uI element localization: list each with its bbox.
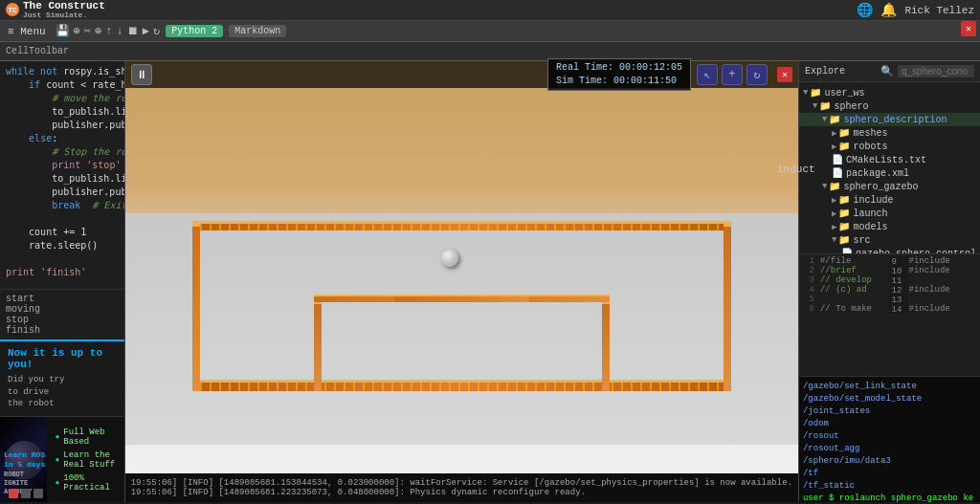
term-line-6: /rosout_agg [803, 443, 976, 455]
tree-item-src[interactable]: ▼📁src [799, 233, 980, 247]
term-line-7: /sphero/imu/data3 [803, 455, 976, 468]
tree-item-sphero-gazebo[interactable]: ▼📁sphero_gazebo [799, 180, 980, 193]
sim-close-button[interactable]: ✕ [777, 67, 792, 82]
line-numbers: 1234567 [801, 256, 820, 314]
python-badge[interactable]: Python 2 [166, 25, 223, 37]
sim-toolbar: ⏸ Real Time: 00:00:12:05 Sim Time: 00:00… [125, 61, 798, 88]
refresh-icon[interactable]: ↻ [153, 24, 160, 38]
term-line-9: /tf_static [803, 480, 976, 493]
term-line-4: /odom [803, 418, 976, 430]
explorer-search[interactable] [898, 65, 974, 77]
promo-features: Full Web Based Learn the Real Stuff 100%… [47, 417, 123, 502]
tree-item-meshes[interactable]: ▶📁meshes [799, 126, 980, 140]
app-subtitle: Just Simulate. [23, 11, 105, 20]
output-area: start moving stop finish [0, 289, 124, 340]
output-line-3: stop [6, 315, 119, 325]
pointer-button[interactable]: ↖ [697, 64, 718, 85]
feat-2: Learn the Real Stuff [55, 450, 116, 470]
plus-button[interactable]: + [722, 64, 743, 85]
promo-title: Learn ROS in 5 days [4, 450, 47, 471]
sim-time: Sim Time: 00:00:11:50 [556, 75, 682, 88]
term-line-1: /gazebo/set_link_state [803, 381, 976, 393]
run-icon[interactable]: ▶ [143, 24, 149, 38]
promo-img-btn[interactable] [21, 489, 31, 498]
output-line-4: finish [6, 325, 119, 336]
right-panel: Explore 🔍 ▼📁user_ws ▼📁sphero ▼📁sphero_de… [798, 61, 980, 502]
status-line-2: 19:55:06] [INFO] [1489085681.223235073, … [131, 488, 792, 497]
term-line-5: /rosout [803, 430, 976, 443]
center-panel: ⏸ Real Time: 00:00:12:05 Sim Time: 00:00… [125, 61, 798, 502]
status-line-1: 19:55:06] [INFO] [1489085681.153844534, … [131, 478, 792, 488]
term-line-10: user $ roslaunch sphero_gazebo keyboard_… [803, 493, 976, 502]
bell-icon[interactable]: 🔔 [880, 2, 897, 18]
top-bar: TC The Construct Just Simulate. 🌐 🔔 Rick… [0, 0, 980, 21]
cut-icon[interactable]: ✂ [84, 24, 91, 38]
logo-icon: TC [6, 3, 19, 16]
stop-icon[interactable]: ⏹ [127, 24, 139, 38]
robot-ball [441, 250, 458, 267]
tree-item-cmakelists[interactable]: 📄CMakeLists.txt [799, 153, 980, 166]
markdown-badge[interactable]: Markdown [229, 25, 286, 37]
tree-item-user-ws[interactable]: ▼📁user_ws [799, 86, 980, 99]
cell-toolbar: CellToolbar [0, 42, 980, 61]
terminal[interactable]: /gazebo/set_link_state /gazebo/set_model… [799, 377, 980, 502]
promo-section: Learn ROS in 5 days ROBOT IGNITE ACADEMY… [0, 416, 124, 502]
cell-toolbar-label: CellToolbar [6, 46, 69, 56]
cta-text: Did you tryto drivethe robot [8, 374, 117, 410]
app-logo: TC The Construct Just Simulate. [6, 0, 105, 20]
status-bar: 19:55:06] [INFO] [1489085681.153844534, … [125, 473, 798, 502]
globe-icon[interactable]: 🌐 [857, 2, 873, 18]
term-line-8: /tf [803, 468, 976, 480]
3d-viewport[interactable] [125, 61, 798, 473]
toolbar-row: ≡ Menu 💾 ⊕ ✂ ⊕ ↑ ↓ ⏹ ▶ ↻ Python 2 Markdo… [0, 21, 980, 42]
file-tree: ▼📁user_ws ▼📁sphero ▼📁sphero_description … [799, 82, 980, 254]
right-code-content-2: #include #include #include #include [908, 256, 978, 314]
sim-controls: ↖ + ↻ [697, 64, 768, 85]
up-icon[interactable]: ↑ [105, 25, 112, 38]
term-line-2: /gazebo/set_model_state [803, 393, 976, 405]
code-editor[interactable]: while not rospy.is_shutdown(): if count … [0, 61, 124, 289]
feat-3: 100% Practical [55, 473, 116, 493]
toolbar-icons: 💾 ⊕ ✂ ⊕ ↑ ↓ ⏹ ▶ ↻ [56, 24, 161, 38]
user-name: Rick Tellez [904, 5, 974, 16]
tree-item-include[interactable]: ▶📁include [799, 193, 980, 207]
term-line-3: /joint_states [803, 405, 976, 418]
tree-item-gazebo-ctrl[interactable]: 📄gazebo_sphero_control [799, 247, 980, 254]
down-icon[interactable]: ↓ [117, 25, 123, 38]
right-code-content: #/file //brief // develop // (c) ad // T… [820, 256, 890, 314]
tree-item-robots[interactable]: ▶📁robots [799, 140, 980, 153]
promo-image: Learn ROS in 5 days ROBOT IGNITE ACADEMY [0, 417, 47, 502]
main-content: while not rospy.is_shutdown(): if count … [0, 61, 980, 502]
explore-title: Explore [805, 66, 845, 77]
menu-button[interactable]: ≡ Menu [4, 26, 50, 37]
feat-1: Full Web Based [55, 427, 116, 447]
pause-button[interactable]: ⏸ [131, 64, 152, 85]
refresh-sim-button[interactable]: ↻ [746, 64, 768, 85]
right-code-view: 1234567 #/file //brief // develop // (c)… [799, 254, 980, 377]
tree-item-sphero[interactable]: ▼📁sphero [799, 99, 980, 113]
real-time: Real Time: 00:00:12:05 [556, 61, 682, 75]
promo-rec-btn[interactable] [9, 489, 18, 498]
cta-title: Now it is up to you! [8, 347, 117, 370]
tree-item-package-xml[interactable]: 📄package.xml [799, 166, 980, 180]
explorer-header: Explore 🔍 [799, 61, 980, 82]
time-display: Real Time: 00:00:12:05 Sim Time: 00:00:1… [547, 58, 691, 91]
left-panel: while not rospy.is_shutdown(): if count … [0, 61, 125, 502]
search-icon[interactable]: 🔍 [880, 65, 894, 77]
tree-item-models[interactable]: ▶📁models [799, 220, 980, 233]
tree-item-sphero-description[interactable]: ▼📁sphero_description [799, 113, 980, 126]
cta-section: Now it is up to you! Did you tryto drive… [0, 340, 124, 416]
tree-item-launch[interactable]: ▶📁launch [799, 207, 980, 220]
output-line-2: moving [6, 304, 119, 315]
copy-icon[interactable]: ⊕ [95, 24, 101, 38]
output-line-1: start [6, 294, 119, 304]
promo-ext-btn[interactable] [33, 489, 43, 498]
save-icon[interactable]: 💾 [56, 24, 70, 38]
add-icon[interactable]: ⊕ [74, 24, 80, 38]
induct-label: induct [777, 164, 815, 175]
